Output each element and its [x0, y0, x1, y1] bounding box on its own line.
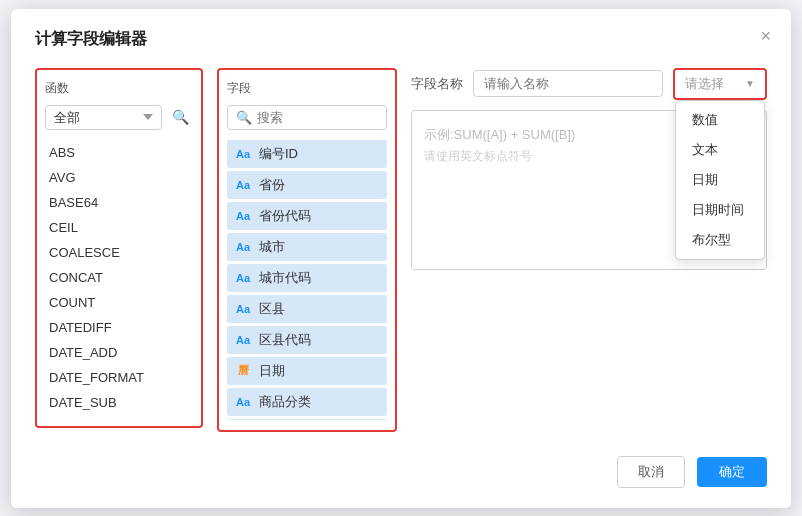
field-item-name: 区县代码 [259, 331, 311, 349]
func-list-item[interactable]: BASE64 [45, 190, 193, 215]
type-select-wrapper: 请选择 ▼ 数值文本日期日期时间布尔型 [673, 68, 767, 100]
text-type-icon: Aa [233, 272, 253, 284]
text-type-icon: Aa [233, 179, 253, 191]
text-type-icon: Aa [233, 396, 253, 408]
field-item-name: 城市代码 [259, 269, 311, 287]
func-filter-row: 全部数学字符串日期聚合 🔍 [45, 105, 193, 130]
field-list-item[interactable]: Aa商品分类 [227, 388, 387, 416]
date-icon: 曆 [233, 363, 253, 378]
field-item-name: 省份代码 [259, 207, 311, 225]
text-type-icon: Aa [233, 210, 253, 222]
type-select-label: 请选择 [685, 75, 724, 93]
field-search-row: 🔍 [227, 105, 387, 130]
func-list-item[interactable]: AVG [45, 165, 193, 190]
func-filter-select[interactable]: 全部数学字符串日期聚合 [45, 105, 162, 130]
func-search-button[interactable]: 🔍 [168, 107, 193, 127]
fields-panel: 字段 🔍 Aa编号IDAa省份Aa省份代码Aa城市Aa城市代码Aa区县Aa区县代… [217, 68, 397, 432]
func-list-item[interactable]: ABS [45, 140, 193, 165]
field-item-name: 城市 [259, 238, 285, 256]
field-list: Aa编号IDAa省份Aa省份代码Aa城市Aa城市代码Aa区县Aa区县代码曆日期A… [227, 140, 387, 420]
type-option[interactable]: 日期时间 [676, 195, 764, 225]
type-select-button[interactable]: 请选择 ▼ [675, 70, 765, 98]
field-item-name: 日期 [259, 362, 285, 380]
field-item-name: 省份 [259, 176, 285, 194]
field-list-item[interactable]: Aa商品编号 [227, 419, 387, 420]
cancel-button[interactable]: 取消 [617, 456, 685, 488]
right-panel: 字段名称 请选择 ▼ 数值文本日期日期时间布尔型 示例:SUM([A]) + S… [411, 68, 767, 270]
field-list-item[interactable]: Aa省份 [227, 171, 387, 199]
func-list-item[interactable]: DATE_ADD [45, 340, 193, 365]
chevron-down-icon: ▼ [745, 78, 755, 89]
func-list-item[interactable]: CONCAT [45, 265, 193, 290]
field-search-input[interactable] [257, 110, 425, 125]
functions-panel: 函数 全部数学字符串日期聚合 🔍 ABSAVGBASE64CEILCOALESC… [35, 68, 203, 428]
dialog-title: 计算字段编辑器 [35, 29, 767, 50]
func-list-item[interactable]: DATEDIFF [45, 315, 193, 340]
field-list-item[interactable]: Aa编号ID [227, 140, 387, 168]
close-button[interactable]: × [760, 27, 771, 45]
field-list-item[interactable]: Aa城市 [227, 233, 387, 261]
fields-label: 字段 [227, 80, 387, 97]
field-list-item[interactable]: 曆日期 [227, 357, 387, 385]
type-option[interactable]: 数值 [676, 105, 764, 135]
field-list-item[interactable]: Aa区县 [227, 295, 387, 323]
field-item-name: 商品分类 [259, 393, 311, 411]
field-list-item[interactable]: Aa城市代码 [227, 264, 387, 292]
text-type-icon: Aa [233, 303, 253, 315]
field-name-label: 字段名称 [411, 75, 463, 93]
text-type-icon: Aa [233, 334, 253, 346]
text-type-icon: Aa [233, 148, 253, 160]
func-list-item[interactable]: DATE_FORMAT [45, 365, 193, 390]
func-list-item[interactable]: COALESCE [45, 240, 193, 265]
dialog-footer: 取消 确定 [35, 456, 767, 488]
main-content: 函数 全部数学字符串日期聚合 🔍 ABSAVGBASE64CEILCOALESC… [35, 68, 767, 432]
text-type-icon: Aa [233, 241, 253, 253]
field-name-input[interactable] [473, 70, 663, 97]
search-icon: 🔍 [172, 109, 189, 125]
func-list-item[interactable]: COUNT [45, 290, 193, 315]
func-list: ABSAVGBASE64CEILCOALESCECONCATCOUNTDATED… [45, 140, 193, 415]
type-dropdown: 数值文本日期日期时间布尔型 [675, 100, 765, 260]
func-list-item[interactable]: CEIL [45, 215, 193, 240]
type-option[interactable]: 文本 [676, 135, 764, 165]
functions-label: 函数 [45, 80, 193, 97]
func-list-item[interactable]: DATE_SUB [45, 390, 193, 415]
field-item-name: 编号ID [259, 145, 298, 163]
dialog: 计算字段编辑器 × 函数 全部数学字符串日期聚合 🔍 ABSAVGBASE64C… [11, 9, 791, 508]
confirm-button[interactable]: 确定 [697, 457, 767, 487]
field-item-name: 区县 [259, 300, 285, 318]
field-list-item[interactable]: Aa省份代码 [227, 202, 387, 230]
field-list-item[interactable]: Aa区县代码 [227, 326, 387, 354]
type-option[interactable]: 日期 [676, 165, 764, 195]
field-search-icon: 🔍 [236, 110, 252, 125]
type-option[interactable]: 布尔型 [676, 225, 764, 255]
